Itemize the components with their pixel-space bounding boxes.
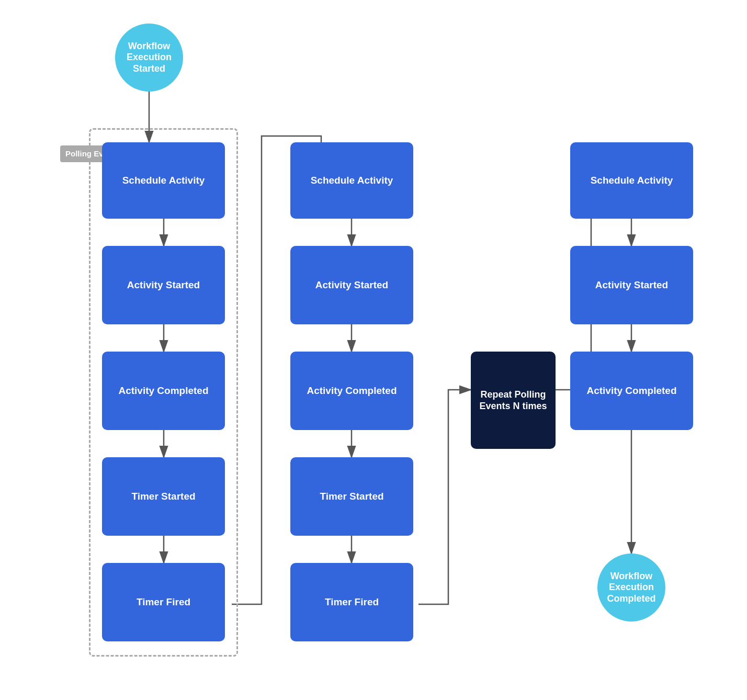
col1-timer-started: Timer Started [102,457,225,536]
col3-activity-completed: Activity Completed [570,352,693,430]
col2-schedule-activity: Schedule Activity [290,142,413,219]
col3-schedule-activity: Schedule Activity [570,142,693,219]
col1-activity-completed: Activity Completed [102,352,225,430]
col1-activity-started: Activity Started [102,246,225,324]
col2-activity-started: Activity Started [290,246,413,324]
col2-timer-fired: Timer Fired [290,563,413,641]
diagram-container: Polling Events Workflow Execution Starte… [0,0,747,700]
col1-timer-fired: Timer Fired [102,563,225,641]
col1-schedule-activity: Schedule Activity [102,142,225,219]
col2-timer-started: Timer Started [290,457,413,536]
workflow-start-node: Workflow Execution Started [115,24,183,92]
col2-activity-completed: Activity Completed [290,352,413,430]
workflow-end-node: Workflow Execution Completed [597,554,665,622]
col3-activity-started: Activity Started [570,246,693,324]
repeat-polling-node: Repeat Polling Events N times [471,352,556,449]
